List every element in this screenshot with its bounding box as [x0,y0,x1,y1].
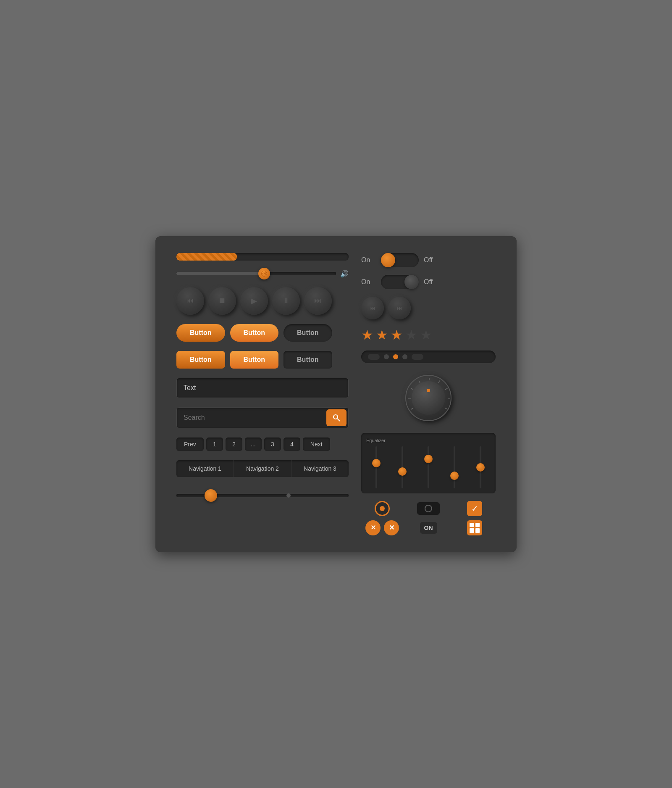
small-forward-button[interactable]: ⏭ [388,297,411,319]
svg-line-4 [411,388,413,390]
slider-thumb[interactable] [258,268,270,279]
equalizer: Equalizer [361,433,496,493]
toggle-1-off-label: Off [424,256,438,264]
toggle-indicator [425,505,432,512]
grid-dot-2 [475,523,480,527]
toggle-2-thumb [404,275,419,289]
svg-line-10 [445,408,447,409]
on-label: ON [420,522,437,534]
search-button[interactable] [326,409,346,426]
pill-button-2[interactable]: Button [230,324,279,342]
next-button[interactable]: Next [303,437,330,451]
slider-track[interactable] [176,272,336,275]
svg-line-2 [411,408,413,409]
bottom-slider[interactable] [176,494,349,497]
knob-dial[interactable] [405,375,452,421]
star-2[interactable]: ★ [376,327,388,343]
knob-ticks [406,376,451,420]
close-button-1[interactable]: ✕ [365,520,381,535]
bottom-slider-dot [286,493,291,498]
eq-track-4 [454,446,455,488]
rect-button-2[interactable]: Button [230,351,279,369]
eq-track-3 [428,446,429,488]
stop-button[interactable]: ⏹ [208,287,236,315]
grid-dot-3 [470,528,474,533]
star-4[interactable]: ★ [405,327,417,343]
eq-slider-5[interactable] [470,446,491,488]
pause-button[interactable]: ⏸ [272,287,300,315]
star-rating: ★ ★ ★ ★ ★ [361,327,496,343]
grid-button[interactable] [467,520,482,535]
svg-line-5 [419,380,420,382]
toggle-1-row: On Off [361,253,496,267]
page-2-button[interactable]: 2 [226,437,242,451]
equalizer-label: Equalizer [366,438,491,443]
toggle-2-track[interactable] [381,275,419,289]
eq-thumb-5[interactable] [476,463,485,472]
prev-button[interactable]: Prev [176,437,204,451]
star-5[interactable]: ★ [420,327,432,343]
dot-prev-button[interactable] [368,354,380,360]
page-4-button[interactable]: 4 [284,437,300,451]
eq-track-1 [375,446,377,488]
eq-thumb-3[interactable] [424,455,433,463]
close-button-2[interactable]: ✕ [384,520,399,535]
ctrl-toggle[interactable] [417,502,440,515]
svg-line-8 [445,388,447,390]
checkbox-checked[interactable]: ✓ [467,501,482,516]
eq-track-2 [402,446,403,488]
nav-tab-1[interactable]: Navigation 1 [176,460,234,477]
rect-button-3[interactable]: Button [284,351,332,369]
pagination: Prev 1 2 ... 3 4 Next [176,437,349,451]
page-ellipsis: ... [245,437,262,451]
search-input[interactable] [177,408,325,427]
toggle-1-track[interactable] [381,253,419,267]
star-1[interactable]: ★ [361,327,373,343]
dot-navigation [361,351,496,363]
nav-tab-2[interactable]: Navigation 2 [234,460,291,477]
toggle-1-thumb [381,253,395,267]
dot-3[interactable] [402,354,407,359]
small-rewind-button[interactable]: ⏮ [361,297,384,319]
eq-slider-4[interactable] [444,446,465,488]
dot-1[interactable] [384,354,389,359]
eq-thumb-2[interactable] [398,467,407,476]
media-controls: ⏮ ⏹ ▶ ⏸ ⏭ [176,287,349,315]
knob-container [361,371,496,425]
bottom-slider-thumb[interactable] [205,489,217,502]
nav-tabs: Navigation 1 Navigation 2 Navigation 3 [176,460,349,477]
forward-button[interactable]: ⏭ [304,287,332,315]
toggle-2-on-label: On [361,278,376,286]
volume-slider-row: 🔊 [176,270,349,278]
toggle-2-row: On Off [361,275,496,289]
pill-button-1[interactable]: Button [176,324,225,342]
eq-slider-2[interactable] [392,446,412,488]
radio-filled[interactable] [375,501,390,516]
page-3-button[interactable]: 3 [264,437,281,451]
svg-point-0 [333,415,338,419]
left-column: 🔊 ⏮ ⏹ ▶ ⏸ ⏭ Button Button Button Button … [176,253,349,535]
eq-thumb-4[interactable] [450,472,459,480]
small-media-controls: ⏮ ⏭ [361,297,496,319]
rewind-button[interactable]: ⏮ [176,287,204,315]
pill-button-3[interactable]: Button [284,324,332,342]
search-field [176,407,349,428]
volume-icon: 🔊 [340,270,349,278]
controls-grid: ✓ ✕ ✕ ON [361,501,496,535]
dot-next-button[interactable] [412,354,423,360]
eq-slider-1[interactable] [366,446,386,488]
star-3[interactable]: ★ [391,327,403,343]
toggle-2-off-label: Off [424,278,438,286]
eq-thumb-1[interactable] [372,459,381,467]
eq-track-5 [480,446,481,488]
eq-slider-3[interactable] [418,446,438,488]
nav-tab-3[interactable]: Navigation 3 [291,460,349,477]
play-button[interactable]: ▶ [240,287,268,315]
dot-2-active[interactable] [393,354,398,359]
page-1-button[interactable]: 1 [206,437,223,451]
progress-bar [176,253,349,261]
slider-fill [176,272,264,275]
rect-buttons-row: Button Button Button [176,351,349,369]
text-input[interactable] [176,378,349,398]
rect-button-1[interactable]: Button [176,351,225,369]
